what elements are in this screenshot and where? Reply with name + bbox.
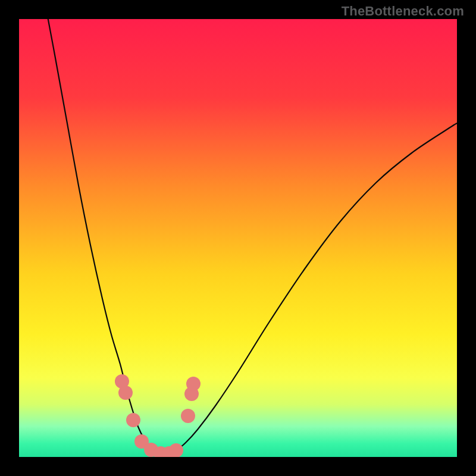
- data-marker: [169, 443, 183, 457]
- watermark-text: TheBottleneck.com: [342, 4, 464, 19]
- data-marker: [126, 413, 140, 427]
- bottleneck-curve: [46, 19, 457, 454]
- data-marker: [118, 386, 133, 400]
- data-marker: [186, 377, 201, 391]
- data-marker: [181, 409, 195, 423]
- plot-area: [19, 19, 457, 457]
- chart-frame: TheBottleneck.com: [0, 0, 476, 476]
- curve-svg: [19, 19, 457, 457]
